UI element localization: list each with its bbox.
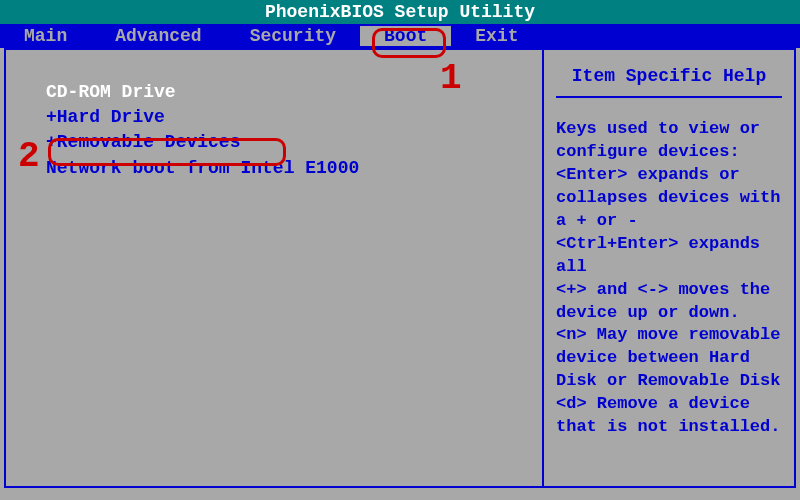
content-area: CD-ROM Drive +Hard Drive +Removable Devi… xyxy=(4,48,796,488)
help-line: collapses devices with xyxy=(556,187,782,210)
help-text: Keys used to view or configure devices: … xyxy=(556,118,782,439)
boot-item-network[interactable]: Network boot from Intel E1000 xyxy=(46,156,534,181)
menu-main[interactable]: Main xyxy=(0,26,91,46)
menu-security[interactable]: Security xyxy=(226,26,360,46)
help-line: configure devices: xyxy=(556,141,782,164)
bios-setup-window: PhoenixBIOS Setup Utility Main Advanced … xyxy=(0,0,800,500)
annotation-number-2: 2 xyxy=(18,136,40,177)
help-line: a + or - xyxy=(556,210,782,233)
boot-item-prefix: + xyxy=(46,132,57,152)
menu-exit[interactable]: Exit xyxy=(451,26,542,46)
help-panel: Item Specific Help Keys used to view or … xyxy=(544,50,794,486)
help-line: that is not installed. xyxy=(556,416,782,439)
boot-item-label: Removable Devices xyxy=(57,132,241,152)
help-line: <+> and <-> moves the xyxy=(556,279,782,302)
title-bar: PhoenixBIOS Setup Utility xyxy=(0,0,800,24)
help-line: <n> May move removable xyxy=(556,324,782,347)
menu-boot[interactable]: Boot xyxy=(360,26,451,46)
help-line: <Enter> expands or xyxy=(556,164,782,187)
help-line: device between Hard xyxy=(556,347,782,370)
help-panel-title: Item Specific Help xyxy=(556,58,782,98)
help-line: all xyxy=(556,256,782,279)
boot-item-label: Network boot from Intel E1000 xyxy=(46,158,359,178)
help-line: device up or down. xyxy=(556,302,782,325)
help-line: Disk or Removable Disk xyxy=(556,370,782,393)
app-title: PhoenixBIOS Setup Utility xyxy=(265,2,535,22)
boot-item-harddrive[interactable]: +Hard Drive xyxy=(46,105,534,130)
menu-bar: Main Advanced Security Boot Exit xyxy=(0,24,800,48)
boot-item-label: Hard Drive xyxy=(57,107,165,127)
boot-item-cdrom[interactable]: CD-ROM Drive xyxy=(46,80,534,105)
boot-item-label: CD-ROM Drive xyxy=(46,82,176,102)
menu-advanced[interactable]: Advanced xyxy=(91,26,225,46)
help-line: <d> Remove a device xyxy=(556,393,782,416)
help-line: <Ctrl+Enter> expands xyxy=(556,233,782,256)
help-line: Keys used to view or xyxy=(556,118,782,141)
boot-item-removable[interactable]: +Removable Devices xyxy=(46,130,534,155)
boot-order-panel: CD-ROM Drive +Hard Drive +Removable Devi… xyxy=(6,50,544,486)
boot-item-prefix: + xyxy=(46,107,57,127)
